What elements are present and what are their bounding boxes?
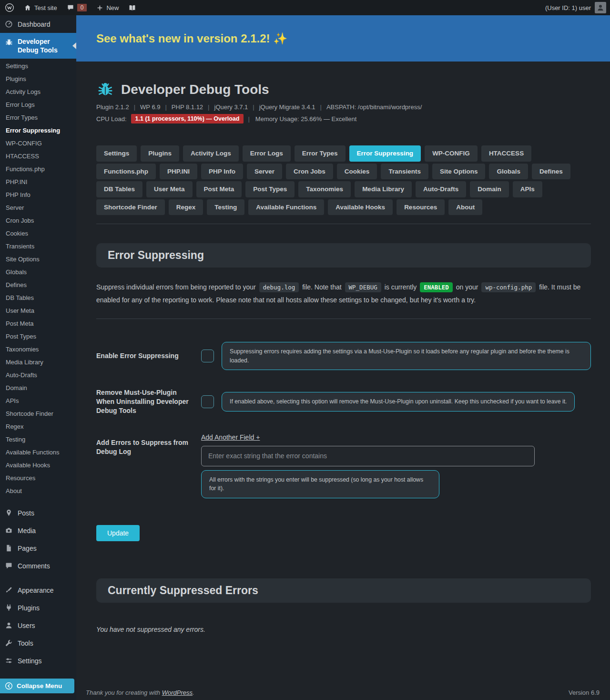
tab[interactable]: PHP Info [201, 164, 243, 180]
tab[interactable]: HTACCESS [481, 145, 531, 162]
sidebar-item-appearance[interactable]: Appearance [0, 581, 76, 599]
sidebar-item-settings[interactable]: Settings [0, 652, 76, 669]
tab[interactable]: Available Hooks [328, 199, 393, 216]
sidebar-item-pages[interactable]: Pages [0, 539, 76, 557]
tab[interactable]: WP-CONFIG [425, 145, 478, 162]
sidebar-subitem[interactable]: PHP.INI [0, 175, 76, 188]
sidebar-subitem[interactable]: Functions.php [0, 163, 76, 175]
tab[interactable]: Testing [207, 199, 244, 216]
site-name-link[interactable]: Test site [19, 0, 62, 15]
add-another-field-link[interactable]: Add Another Field + [201, 433, 260, 441]
tab[interactable]: Domain [470, 181, 509, 197]
sidebar-subitem[interactable]: Shortcode Finder [0, 407, 76, 420]
sidebar-subitem[interactable]: Resources [0, 472, 76, 484]
sidebar-subitem[interactable]: Domain [0, 381, 76, 394]
sidebar-item-plugins[interactable]: Plugins [0, 599, 76, 617]
sidebar-subitem[interactable]: APIs [0, 394, 76, 407]
tab[interactable]: PHP.INI [160, 164, 197, 180]
sidebar-subitem[interactable]: About [0, 484, 76, 497]
tab[interactable]: User Meta [146, 181, 193, 197]
wp-logo-icon[interactable] [0, 0, 19, 15]
sidebar-item-developer-debug-tools[interactable]: Developer Debug Tools [0, 33, 76, 59]
no-suppressed-errors-text: You have not suppressed any errors. [96, 626, 591, 633]
tab[interactable]: Cookies [337, 164, 377, 180]
tab[interactable]: Post Types [245, 181, 295, 197]
tab[interactable]: Auto-Drafts [416, 181, 466, 197]
remove-mu-plugin-checkbox[interactable] [201, 395, 214, 408]
tab[interactable]: About [448, 199, 482, 216]
sidebar-subitem[interactable]: Transients [0, 240, 76, 253]
collapse-menu-button[interactable]: Collapse Menu [0, 679, 74, 693]
sidebar-subitem[interactable]: Server [0, 201, 76, 214]
sidebar-subitem[interactable]: PHP Info [0, 188, 76, 201]
memory-usage-text: Memory Usage: 25.66% — Excellent [248, 115, 356, 123]
sidebar-item-label: Comments [18, 562, 50, 570]
sidebar-subitem[interactable]: Error Suppressing [0, 124, 76, 137]
tab[interactable]: DB Tables [96, 181, 142, 197]
sidebar-subitem[interactable]: Post Types [0, 330, 76, 343]
sidebar-item-dashboard[interactable]: Dashboard [0, 15, 76, 33]
sidebar-item-users[interactable]: Users [0, 617, 76, 634]
tab[interactable]: Post Meta [196, 181, 242, 197]
tab[interactable]: Functions.php [96, 164, 156, 180]
tab[interactable]: Plugins [141, 145, 179, 162]
plugin-bug-icon [96, 81, 114, 99]
tab[interactable]: Server [247, 164, 282, 180]
sidebar-subitem[interactable]: Testing [0, 433, 76, 446]
sidebar-subitem[interactable]: Error Types [0, 111, 76, 124]
sidebar-subitem[interactable]: Cron Jobs [0, 214, 76, 227]
sidebar-subitem[interactable]: Globals [0, 266, 76, 278]
wordpress-link[interactable]: WordPress [162, 689, 193, 696]
sidebar-subitem[interactable]: Available Hooks [0, 459, 76, 472]
sidebar-subitem[interactable]: Defines [0, 278, 76, 291]
enable-suppressing-checkbox[interactable] [201, 350, 214, 362]
whats-new-text: See what's new in version 2.1.2! ✨ [96, 32, 287, 45]
sidebar-item-media[interactable]: Media [0, 522, 76, 539]
tab[interactable]: Regex [169, 199, 203, 216]
tab[interactable]: APIs [513, 181, 542, 197]
sidebar-subitem[interactable]: Error Logs [0, 98, 76, 111]
sidebar-subitem[interactable]: Media Library [0, 356, 76, 369]
sidebar-subitem[interactable]: Settings [0, 60, 76, 72]
tab[interactable]: Error Types [295, 145, 346, 162]
sidebar-subitem[interactable]: Activity Logs [0, 85, 76, 98]
section-title: Error Suppressing [108, 249, 580, 262]
wrench-icon [5, 639, 13, 647]
tab[interactable]: Media Library [355, 181, 412, 197]
sidebar-item-comments[interactable]: Comments [0, 557, 76, 575]
tab[interactable]: Settings [96, 145, 137, 162]
sidebar-subitem[interactable]: WP-CONFIG [0, 137, 76, 150]
sidebar-subitem[interactable]: DB Tables [0, 291, 76, 304]
sidebar-subitem[interactable]: Post Meta [0, 317, 76, 330]
sidebar-item-tools[interactable]: Tools [0, 634, 76, 652]
tab[interactable]: Globals [489, 164, 528, 180]
update-button[interactable]: Update [96, 525, 140, 541]
comments-indicator[interactable]: 0 [62, 0, 92, 15]
tab[interactable]: Shortcode Finder [96, 199, 165, 216]
tab[interactable]: Resources [396, 199, 445, 216]
sidebar-subitem[interactable]: Taxonomies [0, 343, 76, 356]
ddt-adminbar-button[interactable] [123, 0, 141, 15]
sidebar-subitem[interactable]: Plugins [0, 72, 76, 85]
new-content-button[interactable]: New [92, 0, 123, 15]
sidebar-subitem[interactable]: Cookies [0, 227, 76, 240]
tab[interactable]: Error Logs [243, 145, 291, 162]
tab[interactable]: Defines [532, 164, 570, 180]
tab[interactable]: Cron Jobs [286, 164, 333, 180]
tab[interactable]: Site Options [432, 164, 486, 180]
sidebar-item-posts[interactable]: Posts [0, 504, 76, 522]
tab[interactable]: Activity Logs [183, 145, 239, 162]
account-label[interactable]: (User ID: 1) user [545, 4, 591, 11]
sidebar-subitem[interactable]: Regex [0, 420, 76, 433]
error-string-input[interactable] [201, 446, 535, 466]
sidebar-subitem[interactable]: HTACCESS [0, 150, 76, 163]
sidebar-subitem[interactable]: User Meta [0, 304, 76, 317]
tab[interactable]: Taxonomies [298, 181, 351, 197]
sidebar-subitem[interactable]: Site Options [0, 253, 76, 266]
tab[interactable]: Error Suppressing [349, 145, 421, 162]
tab[interactable]: Available Functions [248, 199, 324, 216]
sidebar-subitem[interactable]: Auto-Drafts [0, 369, 76, 381]
tab[interactable]: Transients [381, 164, 428, 180]
whats-new-banner[interactable]: See what's new in version 2.1.2! ✨ [76, 15, 610, 62]
sidebar-subitem[interactable]: Available Functions [0, 446, 76, 459]
